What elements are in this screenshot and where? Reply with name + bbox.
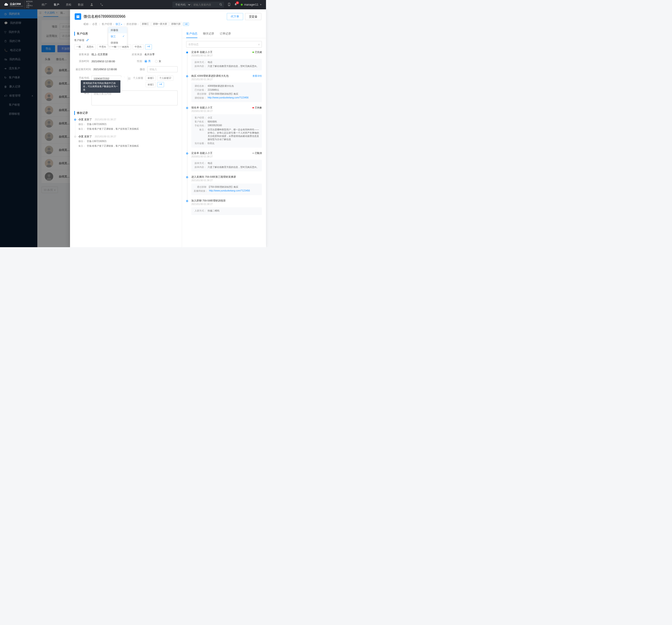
log-act: 更新了 [84, 135, 92, 138]
timeline-item: 进入直播间 759-59班第三期理财直播课2021/01/30 01:38:27… [186, 175, 262, 195]
svg-point-0 [91, 3, 92, 4]
svg-point-32 [77, 16, 78, 17]
tl-val: 唔吃唔吃 [208, 120, 217, 123]
tl-val: http://www.yunduoketang.com/?123456 [209, 190, 250, 193]
ptag[interactable]: 标签1 [146, 76, 156, 81]
gender-female[interactable]: 女 [155, 59, 161, 63]
ptag[interactable]: 标签1 [146, 82, 156, 87]
tl-val: 0.01元 [208, 142, 214, 145]
timeline-title: 加入群聊 759-59班理财训练营 [191, 199, 225, 202]
timeline-item: 加入群聊 759-59班理财训练营2021/01/30 01:38:27入群方式… [186, 199, 262, 215]
tl-val: http://www.yunduoketang.com/?123456 [208, 96, 248, 100]
tag[interactable]: 中意向 [97, 44, 108, 49]
edit-icon[interactable] [86, 39, 89, 42]
phone-icon[interactable] [100, 3, 103, 7]
chevron-down-icon: ▼ [260, 3, 262, 6]
drawer: 微信名称6789990000966 代下单 交定金 昵称：小王 | 客户经理： … [70, 9, 266, 247]
group-pill[interactable]: 群聊一群大群 [151, 22, 169, 26]
phone-input[interactable] [92, 77, 128, 80]
activity-filter[interactable]: 全部动态 ∨ [186, 41, 262, 48]
ptag[interactable]: 个人标签12 [157, 76, 173, 81]
tag[interactable]: 一般 [74, 44, 83, 49]
timeline-dot [186, 152, 188, 154]
gender-radio[interactable]: 男 女 [144, 59, 178, 63]
timeline-datetime: 2021/01/30 01:38:27 [191, 179, 262, 182]
addtime-label: 添加时间 [74, 59, 89, 63]
nav-data[interactable]: 数据 [78, 3, 83, 7]
group-pill[interactable]: 群聊六群 [170, 22, 182, 26]
search-type[interactable]: 手机号码 [172, 3, 191, 6]
mgr-select[interactable]: 张三▴ [116, 22, 122, 26]
drawer-header: 微信名称6789990000966 代下单 交定金 昵称：小王 | 客户经理： … [70, 9, 266, 28]
rtab-activity[interactable]: 客户动态 [186, 30, 197, 38]
log-key: 微信： [78, 140, 86, 143]
chevron-down-icon: ∨ [258, 43, 260, 46]
tag[interactable]: 中意向 [133, 44, 144, 49]
tl-key: 客户姓名： [194, 120, 206, 123]
tl-val: 扫描二维码 [208, 209, 219, 212]
chevron-up-icon: ▴ [121, 23, 122, 25]
log-item: 小王 更新了2021/01/30 01:38:27微信：空值-136721828… [74, 135, 177, 148]
nav-customer[interactable]: 客户 [54, 3, 59, 7]
svg-point-1 [220, 3, 222, 5]
mgr-option[interactable]: 师馨薇 [108, 27, 127, 33]
timeline-dot [186, 200, 188, 202]
grp-label: 所在群聊： [126, 22, 139, 26]
lastchat-label: 最近聊天时间 [74, 68, 91, 71]
nav-promo[interactable]: 推广 [42, 3, 47, 7]
mobile-icon[interactable] [228, 3, 231, 7]
link[interactable]: http://www.yunduoketang.com/?123456 [209, 190, 250, 192]
tl-key: 课程链接： [194, 96, 206, 100]
source-value: 线上-北京昱新 [92, 53, 125, 56]
rtab-orders[interactable]: 订单记录 [220, 30, 231, 38]
rtab-chat[interactable]: 聊天记录 [203, 30, 214, 38]
mgr-option[interactable]: 张三✓ [108, 33, 127, 40]
wechat-input[interactable]: 请输入 [147, 66, 177, 72]
ptag-more[interactable]: +4 [157, 82, 164, 87]
merge-icon[interactable] [128, 76, 131, 81]
topnav: 推广 客户 质检 数据 [37, 3, 103, 7]
tl-val: 只是了解在线教育方面的信息，暂时无购买意向。 [208, 65, 259, 68]
user-icon[interactable] [90, 3, 93, 7]
tl-key: 入群方式： [194, 209, 206, 212]
nav-qc[interactable]: 质检 [66, 3, 71, 7]
phone-label: 手机号码 [74, 76, 89, 80]
group-pill[interactable]: 群聊三 [140, 22, 150, 26]
timeline-dot [74, 119, 76, 121]
search-input[interactable] [192, 3, 217, 6]
timeline-box: 客户经理：小王客户姓名：唔吃唔吃手机号码：19833528160备注：但无论是哪… [191, 114, 262, 148]
mgr-option[interactable]: 俱保咏 [108, 40, 127, 46]
source-label: 获客来源 [74, 53, 89, 56]
timeline-datetime: 2021/01/30 01:38:27 [191, 78, 262, 81]
logo[interactable]: 云朵CRM www.yunduocrm.com 教育机构一站 式服务云平台 [0, 1, 37, 9]
tl-key: 直播间链接： [194, 190, 208, 193]
timeline-title: 进入直播间 759-59班第三期理财直播课 [191, 175, 236, 179]
tag[interactable]: 高意向 [85, 44, 96, 49]
tl-val: 但无论是哪种类型用户，都一定会有同种共性——好奇心。好奇心足以牵引着一个人对所产… [208, 128, 260, 141]
tl-val: 电话 [208, 161, 212, 165]
friend-label: 好友来源 [127, 53, 142, 56]
svg-rect-38 [129, 79, 130, 80]
detail-link[interactable]: 查看详情 [253, 74, 262, 78]
log-key: 备注： [78, 145, 86, 147]
timeline-dot [186, 75, 188, 77]
timeline-datetime: 2020/01/30 01:38:27 [191, 54, 262, 57]
log-val: 空值-13672182821 [87, 123, 106, 125]
tl-key: 跟单内容： [194, 65, 206, 68]
timeline-title: 定金单 创建人小王 [191, 151, 213, 155]
gender-male[interactable]: 男 [144, 59, 151, 63]
bell-icon[interactable]: 5 [234, 3, 237, 7]
deposit-button[interactable]: 交定金 [245, 13, 261, 20]
tl-key: 通过群聊 [194, 92, 206, 96]
user-menu[interactable]: manager11 ▼ [241, 3, 262, 6]
timeline-dot [74, 136, 76, 138]
group-more[interactable]: +4 [183, 22, 189, 26]
link[interactable]: http://www.yunduoketang.com/?123456 [208, 96, 248, 99]
addtime-value: 2021/09/10 12:00:00 [92, 60, 125, 63]
tag-more[interactable]: +4 [145, 44, 152, 49]
tl-val: 19833528160 [208, 124, 222, 127]
gender-label: 性别 [127, 59, 142, 63]
search-icon[interactable] [217, 3, 224, 6]
substitute-order-button[interactable]: 代下单 [227, 13, 243, 20]
timeline-box: 通过群聊【759-59班理财训练营】购买直播间链接：http://www.yun… [191, 183, 262, 195]
